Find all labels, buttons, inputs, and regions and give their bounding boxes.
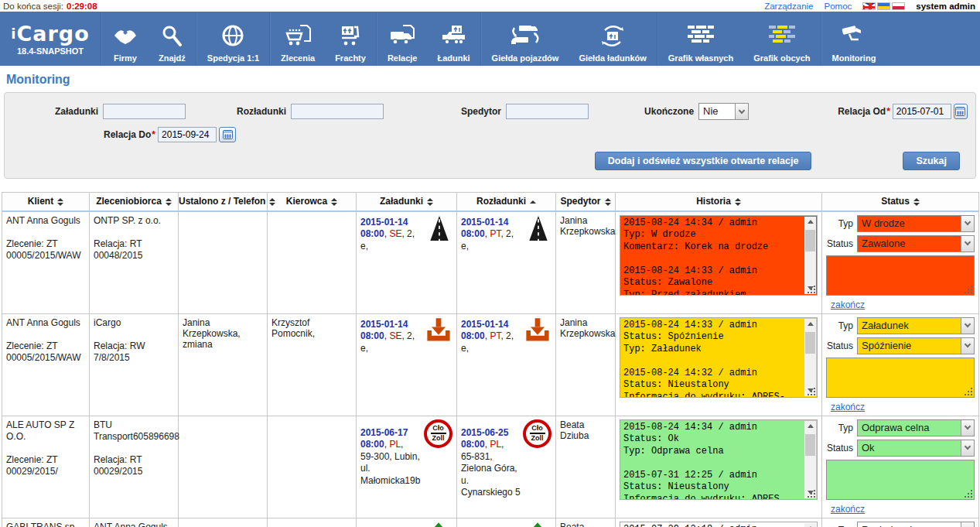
- nav-item-zlecenia[interactable]: Zlecenia: [271, 12, 325, 66]
- comment-textarea[interactable]: [826, 460, 975, 500]
- status-select[interactable]: Zawalone: [857, 235, 975, 252]
- scrollbar[interactable]: [804, 523, 816, 527]
- flag-uk-icon[interactable]: [862, 2, 876, 10]
- relacja-od-input[interactable]: [893, 104, 951, 119]
- app-version: 18.4-SNAPSHOT: [17, 46, 84, 56]
- ukonczone-select[interactable]: Nie: [698, 103, 749, 120]
- search-button[interactable]: Szukaj: [903, 152, 960, 170]
- resize-grip[interactable]: [971, 292, 972, 293]
- comment-textarea[interactable]: [826, 358, 975, 398]
- chevron-down-icon: [961, 318, 974, 334]
- typ-select[interactable]: Rozładunek: [857, 522, 975, 527]
- resize-grip[interactable]: [814, 394, 815, 395]
- camera-icon: [841, 20, 867, 51]
- language-flags: [862, 2, 905, 10]
- history-log[interactable]: 2015-08-24 14:33 / admin Status: Spóźnie…: [620, 317, 818, 398]
- zleceniobiorca-cell: ANT Anna GogulsRelacja: RT 00020/2015: [90, 518, 179, 527]
- column-header-status[interactable]: Status: [822, 193, 979, 211]
- refresh-open-relations-button[interactable]: Dodaj i odśwież wszystkie otwarte relacj…: [595, 152, 812, 170]
- zaladunki-filter-input[interactable]: [103, 104, 186, 119]
- column-header-kierowca[interactable]: Kierowca: [268, 193, 357, 211]
- resize-grip[interactable]: [971, 394, 972, 395]
- typ-select[interactable]: Załadunek: [857, 317, 975, 334]
- klient-cell: ANT Anna GogulsZlecenie: ZT 00005/2015/W…: [2, 313, 90, 416]
- finish-link[interactable]: zakończ: [831, 299, 865, 310]
- resize-grip[interactable]: [814, 292, 815, 293]
- filter-panel: Załadunki Rozładunki Spedytor Ukończone …: [4, 92, 976, 179]
- grid-own-icon: [688, 20, 714, 51]
- nav-item-ladunki[interactable]: Ładunki: [427, 12, 480, 66]
- column-header-klient[interactable]: Klient: [2, 193, 90, 211]
- zaladunki-cell: 2015-07-2308:00, PL,59-311, lubin, leśna…: [357, 518, 457, 527]
- typ-select[interactable]: Odprawa celna: [857, 419, 975, 436]
- nav-item-firmy[interactable]: Firmy: [102, 12, 149, 66]
- nav-item-grafik-wlasnych[interactable]: Grafik własnych: [658, 12, 743, 66]
- comment-textarea[interactable]: [826, 255, 975, 296]
- table-row: ANT Anna GogulsZlecenie: ZT 00005/2015/W…: [2, 313, 979, 416]
- finish-link[interactable]: zakończ: [831, 402, 865, 412]
- arrow-down-tray-icon: [524, 317, 551, 346]
- rozladunki-filter-input[interactable]: [291, 104, 384, 119]
- column-header-historia[interactable]: Historia: [616, 193, 822, 211]
- zleceniobiorca-cell: iCargoRelacja: RW 7/8/2015: [90, 313, 179, 416]
- management-link[interactable]: Zarządzanie: [764, 2, 813, 11]
- nav-item-gielda-pojazdow[interactable]: Giełda pojazdów: [482, 12, 569, 66]
- scrollbar[interactable]: [804, 421, 816, 498]
- scrollbar[interactable]: [804, 217, 816, 294]
- nav-item-grafik-obcych[interactable]: Grafik obcych: [743, 12, 820, 66]
- grid-foreign-icon: [769, 20, 795, 51]
- app-logo[interactable]: iCargo 18.4-SNAPSHOT: [0, 12, 101, 66]
- nav-item-relacje[interactable]: Relacje: [377, 12, 428, 66]
- arrow-down-tray-icon: [425, 317, 452, 346]
- nav-item-znajdz[interactable]: Znajdź: [149, 12, 196, 66]
- relacja-do-filter-label: Relacja Do*: [104, 129, 158, 140]
- column-header-spedytor[interactable]: Spedytor: [556, 193, 616, 211]
- kierowca-cell: [268, 518, 357, 527]
- typ-select[interactable]: W drodze: [857, 215, 975, 232]
- app-window: Do końca sesji: 0:29:08 Zarządzanie Pomo…: [0, 0, 980, 527]
- column-header-zleceniobiorca[interactable]: Zleceniobiorca: [90, 193, 179, 211]
- rozladunki-cell: CłoZoll 2015-06-2508:00, PL,65-831, Ziel…: [457, 416, 556, 518]
- scrollbar[interactable]: [804, 319, 816, 396]
- main-nav: iCargo 18.4-SNAPSHOT Firmy Znajdź Spedyc…: [0, 12, 980, 66]
- flag-ua-icon[interactable]: [877, 2, 890, 10]
- history-log[interactable]: 2015-08-24 14:34 / admin Typ: W drodze K…: [620, 215, 818, 296]
- calendar-icon[interactable]: [219, 127, 236, 142]
- column-header-zaladunki[interactable]: Załadunki: [357, 193, 457, 211]
- nav-item-spedycja[interactable]: Spedycja 1:1: [197, 12, 269, 66]
- calendar-icon[interactable]: [954, 104, 968, 119]
- logo-text: iCargo: [11, 24, 89, 44]
- status-select[interactable]: Spóźnienie: [857, 337, 975, 354]
- nav-item-frachty[interactable]: Frachty: [325, 12, 376, 66]
- status-cell: Typ Załadunek Status Spóźnienie zakończ: [822, 313, 979, 416]
- chevron-down-icon: [961, 522, 974, 527]
- truck-cargo-icon: [441, 20, 467, 51]
- klient-cell: ANT Anna GogulsZlecenie: ZT 00005/2015/W…: [2, 211, 90, 314]
- table-row: GABI TRANS sp. k.Zlecenie: ZT 00020/2015…: [2, 518, 979, 527]
- column-header-ustalono[interactable]: Ustalono z / Telefon: [179, 193, 268, 211]
- resize-grip[interactable]: [814, 496, 815, 498]
- table-header-row: Klient Zleceniobiorca Ustalono z / Telef…: [2, 193, 979, 211]
- status-select[interactable]: Ok: [857, 440, 975, 457]
- ustalono-cell: [179, 211, 268, 314]
- history-log[interactable]: 2015-07-29 12:18 / admin Typ: Rozładunek…: [620, 522, 818, 527]
- column-header-rozladunki[interactable]: Rozładunki: [457, 193, 556, 211]
- help-link[interactable]: Pomoc: [825, 2, 852, 11]
- resize-grip[interactable]: [971, 496, 972, 498]
- history-log[interactable]: 2015-08-24 14:34 / admin Status: Ok Typ:…: [620, 419, 818, 500]
- kierowca-cell: Krzysztof Pomocnik,: [268, 313, 357, 416]
- relacja-do-input[interactable]: [158, 127, 217, 142]
- finish-link[interactable]: zakończ: [831, 504, 865, 515]
- rozladunki-cell: 2015-01-1408:00, PT, 2, e,: [457, 211, 556, 314]
- spedytor-filter-label: Spedytor: [461, 106, 501, 117]
- klient-cell: GABI TRANS sp. k.Zlecenie: ZT 00020/2015…: [2, 518, 90, 527]
- ustalono-cell: [179, 518, 268, 527]
- ustalono-cell: [179, 416, 268, 518]
- flag-pl-icon[interactable]: [892, 2, 905, 10]
- nav-item-monitoring[interactable]: Monitoring: [822, 12, 886, 66]
- kierowca-cell: [268, 211, 357, 314]
- customs-icon: CłoZoll: [424, 419, 452, 448]
- nav-item-gielda-ladunkow[interactable]: Giełda ładunków: [569, 12, 656, 66]
- spedytor-filter-input[interactable]: [506, 104, 589, 119]
- trucks-exchange-icon: [510, 20, 541, 51]
